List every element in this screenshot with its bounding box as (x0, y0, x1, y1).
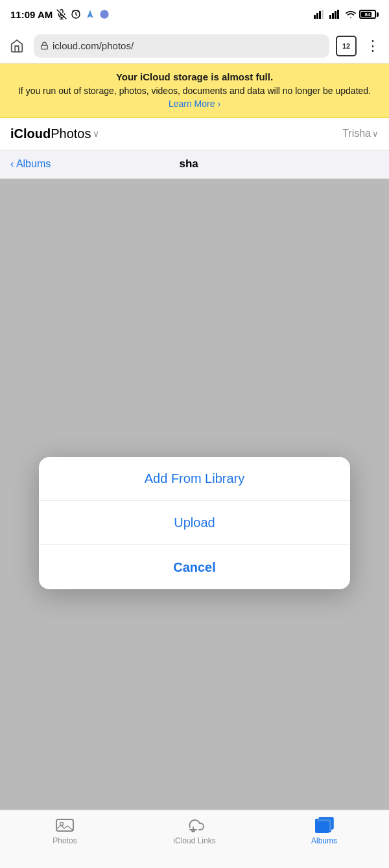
more-button[interactable]: ⋮ (363, 38, 383, 54)
status-icons: 84 (314, 10, 379, 19)
alarm-icon (71, 9, 81, 19)
tab-icloud-links[interactable]: iCloud Links (130, 817, 259, 845)
home-button[interactable] (6, 36, 27, 56)
svg-rect-8 (314, 15, 316, 19)
icloud-header: iCloud Photos ∨ Trisha ∨ (0, 118, 389, 150)
album-title: sha (51, 158, 327, 170)
wifi-icon (345, 10, 357, 19)
albums-back-button[interactable]: ‹ Albums (10, 158, 51, 170)
svg-rect-10 (319, 11, 321, 19)
signal2-icon (329, 10, 342, 19)
app-name: iCloud (10, 126, 51, 141)
user-name: Trisha (342, 128, 371, 139)
svg-rect-17 (56, 819, 73, 831)
svg-rect-9 (316, 13, 318, 19)
status-time: 11:09 AM (10, 9, 53, 20)
svg-rect-13 (332, 13, 334, 19)
url-text: icloud.com/photos/ (53, 40, 134, 51)
svg-point-7 (100, 10, 109, 18)
status-left: 11:09 AM (10, 9, 110, 20)
user-button[interactable]: Trisha ∨ (342, 128, 379, 139)
storage-banner-title: Your iCloud storage is almost full. (13, 71, 376, 82)
url-bar[interactable]: icloud.com/photos/ (34, 34, 329, 58)
battery-level: 84 (360, 12, 375, 18)
content-area: Add From Library Upload Cancel (0, 179, 389, 868)
svg-rect-15 (337, 10, 339, 19)
albums-nav: ‹ Albums sha (0, 150, 389, 179)
signal-icon (314, 10, 327, 19)
lock-icon (40, 41, 49, 51)
tab-photos[interactable]: Photos (0, 817, 130, 845)
discord-icon (99, 9, 110, 19)
user-dropdown-icon: ∨ (372, 129, 379, 139)
back-label: ‹ Albums (10, 158, 51, 170)
svg-rect-11 (322, 10, 324, 19)
learn-more-link[interactable]: Learn More › (169, 99, 220, 109)
svg-rect-16 (41, 45, 48, 49)
section-dropdown-icon[interactable]: ∨ (93, 128, 99, 139)
storage-banner: Your iCloud storage is almost full. If y… (0, 64, 389, 118)
tab-albums[interactable]: Albums (259, 817, 389, 845)
battery-icon: 84 (359, 10, 379, 19)
action-sheet: Add From Library Upload Cancel (39, 457, 350, 589)
albums-tab-icon (314, 817, 334, 834)
svg-rect-14 (335, 11, 336, 19)
tab-count: 12 (342, 42, 350, 50)
photos-tab-label: Photos (53, 836, 77, 845)
svg-rect-24 (315, 821, 329, 833)
mute-icon (56, 9, 67, 19)
svg-marker-6 (88, 10, 93, 18)
storage-banner-body: If you run out of storage, photos, video… (13, 85, 376, 98)
photos-tab-icon (55, 817, 75, 834)
app-title: iCloud Photos ∨ (10, 126, 99, 141)
albums-tab-label: Albums (311, 836, 337, 845)
browser-bar: icloud.com/photos/ 12 ⋮ (0, 29, 389, 64)
upload-button[interactable]: Upload (39, 501, 350, 545)
icloud-links-tab-icon (185, 817, 204, 834)
tab-count-button[interactable]: 12 (336, 36, 357, 56)
svg-rect-12 (329, 15, 331, 19)
tab-bar: Photos iCloud Links (0, 810, 389, 868)
location-icon (85, 9, 95, 19)
section-name: Photos (51, 126, 91, 141)
status-bar: 11:09 AM (0, 0, 389, 29)
add-from-library-button[interactable]: Add From Library (39, 457, 350, 501)
icloud-links-tab-label: iCloud Links (173, 836, 215, 845)
cancel-button[interactable]: Cancel (39, 545, 350, 589)
overlay: Add From Library Upload Cancel (0, 179, 389, 868)
